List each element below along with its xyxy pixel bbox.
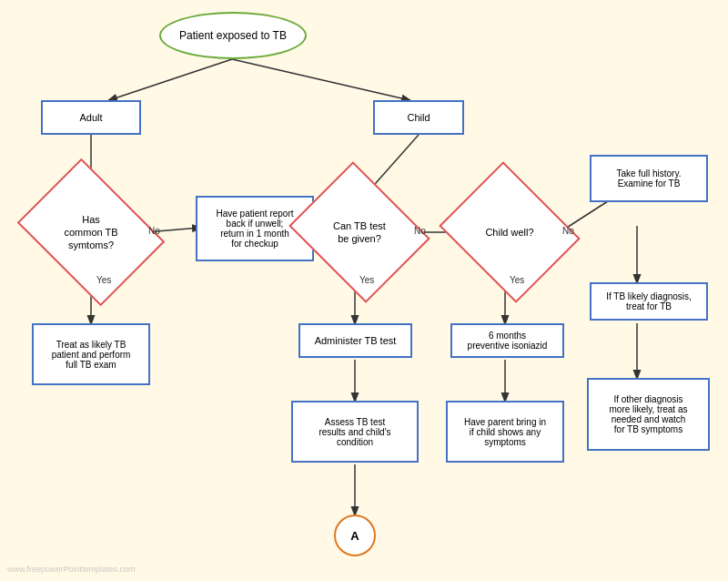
- administer-node: Administer TB test: [298, 323, 412, 358]
- treat-adult-node: Treat as likely TBpatient and performful…: [32, 323, 150, 385]
- has-tb-label: Hascommon TBsymtoms?: [64, 213, 117, 252]
- no-label-3: No: [562, 226, 574, 236]
- tb-likely-label: If TB likely diagnosis,treat for TB: [606, 291, 692, 311]
- has-tb-node: Hascommon TBsymtoms?: [32, 187, 150, 278]
- yes-label-2: Yes: [359, 275, 374, 285]
- adult-label: Adult: [79, 112, 102, 123]
- parent-bring-node: Have parent bring inif child shows anysy…: [446, 401, 564, 463]
- child-label: Child: [407, 112, 430, 123]
- can-tb-label: Can TB testbe given?: [333, 219, 386, 246]
- full-history-node: Take full history.Examine for TB: [590, 155, 708, 202]
- svg-line-5: [369, 135, 419, 191]
- watermark: www.freepowerPointtemplates.com: [7, 565, 136, 574]
- yes-label-3: Yes: [510, 275, 524, 285]
- svg-line-0: [109, 59, 232, 100]
- other-diagnosis-node: If other diagnosismore likely, treat asn…: [587, 378, 710, 451]
- no-label-1: No: [148, 226, 160, 236]
- child-well-node: Child well?: [455, 187, 564, 278]
- other-diagnosis-label: If other diagnosismore likely, treat asn…: [610, 394, 688, 434]
- connector-a-node: A: [334, 515, 376, 556]
- treat-adult-label: Treat as likely TBpatient and performful…: [52, 340, 131, 370]
- connector-a-label: A: [350, 529, 359, 543]
- child-well-label: Child well?: [485, 226, 533, 239]
- parent-bring-label: Have parent bring inif child shows anysy…: [464, 417, 546, 447]
- administer-label: Administer TB test: [315, 335, 397, 346]
- svg-line-1: [232, 59, 410, 100]
- can-tb-test-node: Can TB testbe given?: [305, 187, 414, 278]
- preventive-label: 6 monthspreventive isoniazid: [468, 331, 548, 351]
- preventive-node: 6 monthspreventive isoniazid: [450, 323, 564, 358]
- start-node: Patient exposed to TB: [159, 12, 307, 59]
- assess-label: Assess TB testresults and child'sconditi…: [318, 417, 390, 447]
- full-history-label: Take full history.Examine for TB: [617, 168, 682, 189]
- flowchart: Patient exposed to TB Adult Child Hascom…: [0, 0, 728, 581]
- child-node: Child: [373, 100, 464, 135]
- assess-node: Assess TB testresults and child'sconditi…: [291, 401, 419, 463]
- start-label: Patient exposed to TB: [179, 29, 287, 42]
- yes-label-1: Yes: [96, 275, 111, 285]
- no-label-2: No: [414, 226, 426, 236]
- tb-likely-node: If TB likely diagnosis,treat for TB: [590, 282, 708, 321]
- patient-report-label: Have patient reportback if unwell;return…: [216, 209, 293, 249]
- adult-node: Adult: [41, 100, 141, 135]
